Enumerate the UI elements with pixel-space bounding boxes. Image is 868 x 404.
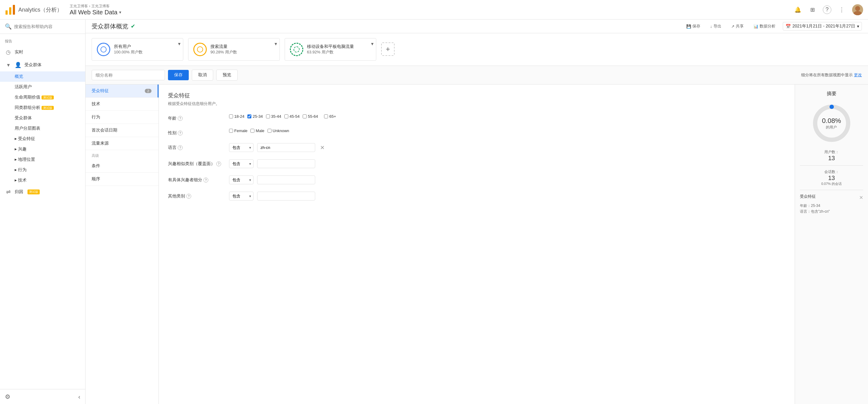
filter-field-language: 语言 ? 包含 ✕	[168, 143, 785, 152]
filter-nav-tech[interactable]: 技术	[86, 98, 158, 111]
segment-circle-orange	[193, 43, 207, 56]
sidebar-item-cohort[interactable]: 同类群组分析测试版	[0, 103, 85, 113]
age-35-44[interactable]: 35-44	[266, 114, 281, 119]
sidebar-item-audience-label: 受众群体	[25, 62, 41, 68]
age-label: 年龄 ?	[168, 114, 223, 121]
filter-field-age: 年龄 ? 18-24 25-34	[168, 114, 785, 121]
more-icon[interactable]: ⋮	[837, 5, 846, 14]
verified-icon: ✔	[131, 23, 135, 30]
page-title: 受众群体概览 ✔	[92, 22, 135, 31]
data-analysis-action[interactable]: 📊 数据分析	[751, 22, 778, 30]
age-checkbox-group: 18-24 25-34 35-44 45-54	[229, 114, 336, 119]
sidebar-item-user-layer[interactable]: 用户分层图表	[0, 123, 85, 134]
sidebar-item-overview[interactable]: 概览	[0, 71, 85, 82]
other-input[interactable]	[257, 192, 315, 200]
summary-close-icon[interactable]: ✕	[859, 195, 863, 200]
affinity-select-wrapper: 包含	[229, 159, 253, 168]
share-icon: ↗	[731, 24, 735, 29]
settings-icon[interactable]: ⚙	[5, 393, 10, 400]
header-middle: 王光卫博客 › 王光卫博客 All Web Site Data ▾	[70, 4, 794, 16]
gender-label: 性别 ?	[168, 129, 223, 136]
language-clear-icon[interactable]: ✕	[320, 144, 325, 151]
affinity-input[interactable]	[257, 159, 315, 168]
filter-nav-sequence[interactable]: 顺序	[86, 173, 158, 186]
segment-dropdown-btn-2[interactable]: ▾	[275, 41, 277, 47]
gender-unknown[interactable]: Unknown	[268, 129, 289, 133]
summary-conditions: 受众特征 ✕ 年龄：25-34 语言：包含"zh-cn"	[800, 194, 863, 214]
segment-card-all-users[interactable]: ▾ 所有用户 100.00% 用户数	[92, 38, 183, 61]
filter-cancel-button[interactable]: 取消	[192, 70, 213, 80]
search-input[interactable]	[14, 24, 80, 29]
sidebar-item-realtime[interactable]: ◷ 实时	[0, 46, 85, 59]
inmarket-select[interactable]: 包含	[229, 175, 253, 184]
date-range-picker[interactable]: 📅 2021年1月21日 - 2021年1月27日 ▾	[783, 22, 862, 31]
gender-male[interactable]: Male	[250, 129, 264, 133]
segment-dropdown-btn-3[interactable]: ▾	[371, 41, 374, 47]
affinity-help-icon[interactable]: ?	[216, 161, 221, 166]
filter-preview-button[interactable]: 预览	[216, 70, 238, 80]
svg-rect-0	[5, 10, 8, 15]
filter-nav-first-session[interactable]: 首次会话日期	[86, 124, 158, 137]
sidebar-item-lifecycle[interactable]: 生命周期价值测试版	[0, 92, 85, 103]
filter-nav-conditions[interactable]: 条件	[86, 160, 158, 173]
search-icon: 🔍	[5, 23, 11, 30]
language-controls: 包含 ✕	[229, 143, 325, 152]
segment-card-mobile[interactable]: ▾ 移动设备和平板电脑流量 63.92% 用户数	[285, 38, 376, 61]
sidebar-item-behavior[interactable]: ▸ 行为	[0, 165, 85, 175]
sidebar-item-active-users[interactable]: 活跃用户	[0, 82, 85, 92]
filter-field-gender: 性别 ? Female Male	[168, 129, 785, 136]
add-segment-button[interactable]: +	[381, 42, 395, 56]
age-18-24[interactable]: 18-24	[229, 114, 244, 119]
other-help-icon[interactable]: ?	[186, 194, 191, 199]
other-controls: 包含	[229, 192, 315, 200]
export-action[interactable]: ↓ 导出	[708, 22, 724, 30]
filter-save-button[interactable]: 保存	[168, 70, 189, 80]
sidebar-item-audience-group[interactable]: 受众群体	[0, 113, 85, 123]
logo-text: Analytics（分析）	[18, 6, 62, 13]
age-55-64[interactable]: 55-64	[303, 114, 318, 119]
content: 受众群体概览 ✔ 💾 保存 ↓ 导出 ↗ 共享 📊 数据分析	[86, 20, 868, 404]
filter-nav-traffic-source[interactable]: 流量来源	[86, 137, 158, 150]
summary-user-count: 用户数： 13	[800, 149, 863, 162]
inmarket-help-icon[interactable]: ?	[204, 177, 208, 182]
filter-topbar: 保存 取消 预览 细分将在所有数据视图中显示 更改	[86, 66, 868, 85]
sidebar-item-interests[interactable]: ▸ 兴趣	[0, 144, 85, 155]
age-65plus[interactable]: 65+	[324, 114, 336, 119]
other-select[interactable]: 包含	[229, 192, 253, 200]
filter-note-link[interactable]: 更改	[854, 73, 862, 77]
share-action[interactable]: ↗ 共享	[729, 22, 746, 30]
bell-icon[interactable]: 🔔	[794, 5, 802, 14]
filter-nav-audience[interactable]: 受众特征 2	[86, 85, 158, 98]
segment-dropdown-btn[interactable]: ▾	[178, 41, 181, 47]
gender-help-icon[interactable]: ?	[178, 131, 183, 135]
segment-circle-green	[290, 43, 303, 56]
help-icon[interactable]: ?	[823, 5, 831, 14]
age-help-icon[interactable]: ?	[178, 116, 183, 121]
sidebar-item-tech[interactable]: ▸ 技术	[0, 175, 85, 186]
avatar[interactable]	[852, 4, 863, 15]
sidebar-item-audience[interactable]: ▾ 👤 受众群体	[0, 59, 85, 71]
age-25-34[interactable]: 25-34	[247, 114, 263, 119]
segment-circle-blue	[97, 43, 110, 56]
svg-rect-2	[13, 5, 15, 15]
segment-name-input[interactable]	[92, 70, 165, 80]
affinity-select[interactable]: 包含	[229, 159, 253, 168]
segment-card-search[interactable]: ▾ 搜索流量 90.28% 用户数	[188, 38, 280, 61]
age-45-54[interactable]: 45-54	[284, 114, 300, 119]
collapse-icon[interactable]: ‹	[78, 393, 80, 400]
language-help-icon[interactable]: ?	[178, 145, 183, 150]
sidebar-item-attribution[interactable]: ⇌ 归因 测试版	[0, 186, 85, 198]
svg-point-3	[855, 6, 860, 11]
site-selector[interactable]: All Web Site Data ▾	[70, 9, 794, 16]
gender-female[interactable]: Female	[229, 129, 247, 133]
inmarket-input[interactable]	[257, 175, 315, 184]
language-select[interactable]: 包含	[229, 143, 253, 152]
sidebar-item-geo[interactable]: ▸ 地理位置	[0, 155, 85, 165]
other-label: 其他类别 ?	[168, 192, 223, 199]
language-select-wrapper: 包含	[229, 143, 253, 152]
language-input[interactable]	[257, 143, 315, 152]
save-action[interactable]: 💾 保存	[684, 22, 703, 30]
grid-icon[interactable]: ⊞	[808, 5, 817, 14]
sidebar-item-audience-characteristics[interactable]: ▸ 受众特征	[0, 134, 85, 144]
filter-nav-behavior[interactable]: 行为	[86, 111, 158, 124]
